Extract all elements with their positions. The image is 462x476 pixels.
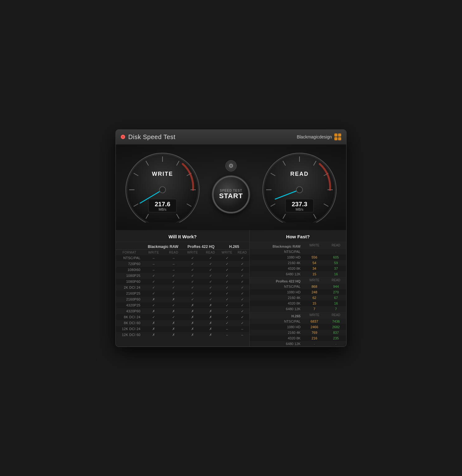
hf-format: NTSC/PAL — [250, 249, 303, 254]
wiw-braw-header: Blackmagic RAW — [143, 242, 183, 250]
wiw-row: 4320p25 ✓ ✓ ✗ ✗ ✓ ✓ — [116, 302, 249, 308]
wiw-format: 12K DCI 24 — [116, 326, 143, 332]
hf-format: 2160 4K — [250, 260, 303, 266]
wiw-braw-read: ✓ — [164, 314, 183, 320]
hf-row: 2160 4K 54 59 — [250, 260, 346, 266]
wiw-braw-read: ✗ — [164, 332, 183, 338]
hf-format: NTSC/PAL — [250, 319, 303, 324]
hf-read-col-header: READ — [326, 242, 346, 249]
write-unit: MB/s — [158, 208, 167, 211]
wiw-h265-read: ✓ — [235, 291, 249, 296]
hf-read-val: 37 — [326, 266, 346, 271]
hf-read-col-header: READ — [326, 312, 346, 319]
write-gauge-svg: WRITE 217.6 MB/s — [122, 151, 203, 222]
wiw-braw-read: ✗ — [164, 320, 183, 326]
wiw-pro-read: ✓ — [202, 261, 219, 267]
wiw-pro-write: ✗ — [183, 326, 202, 332]
wiw-h265-write: ✓ — [219, 296, 235, 302]
wiw-row: 12K DCI 60 ✗ ✗ ✗ ✗ – – — [116, 332, 249, 338]
brand-dot-2 — [338, 133, 341, 137]
wiw-format: 720p60 — [116, 261, 143, 267]
will-it-work-panel: Will It Work? Blackmagic RAW ProRes 422 … — [116, 230, 250, 347]
wiw-h265-read: ✓ — [235, 320, 249, 326]
start-button[interactable]: SPEED TEST START — [212, 176, 250, 213]
hf-write-val: 15 — [303, 271, 326, 277]
wiw-format: 1080p25 — [116, 273, 143, 279]
wiw-braw-read: – — [164, 267, 183, 273]
wiw-format: 2160p25 — [116, 291, 143, 296]
hf-format: 6480 12K — [250, 341, 303, 347]
wiw-pro-read: ✓ — [202, 273, 219, 279]
hf-section-row: ProRes 422 HQ WRITE READ — [250, 277, 346, 284]
wiw-h265-write: ✓ — [219, 267, 235, 273]
wiw-format: 2160p60 — [116, 296, 143, 302]
hf-section-name: Blackmagic RAW — [250, 242, 303, 249]
wiw-row: 2160p25 ✓ ✓ ✓ ✓ ✓ ✓ — [116, 291, 249, 296]
hf-row: NTSC/PAL 868 944 — [250, 284, 346, 289]
read-gauge-svg: READ 237.3 MB/s — [259, 151, 340, 222]
write-gauge: WRITE 217.6 MB/s — [122, 151, 203, 222]
wiw-row: 2160p60 ✗ ✗ ✓ ✓ ✓ ✓ — [116, 296, 249, 302]
wiw-pro-read: ✗ — [202, 320, 219, 326]
will-it-work-table: Blackmagic RAW ProRes 422 HQ H.265 FORMA… — [116, 242, 249, 338]
hf-read-val: 16 — [326, 301, 346, 306]
hf-write-val: 6837 — [303, 319, 326, 324]
wiw-h265-write: ✓ — [219, 302, 235, 308]
wiw-braw-write: – — [143, 261, 164, 267]
hf-row: 4320 8K 15 16 — [250, 301, 346, 306]
close-button[interactable]: × — [121, 135, 125, 139]
wiw-col-header: FORMAT WRITE READ WRITE READ WRITE READ — [116, 250, 249, 255]
wiw-braw-read: ✓ — [164, 302, 183, 308]
hf-read-val: 7436 — [326, 319, 346, 324]
hf-row: 1080 HD 2466 2682 — [250, 324, 346, 330]
wiw-h265-write: ✓ — [219, 273, 235, 279]
wiw-braw-write: ✓ — [143, 279, 164, 285]
wiw-braw-read-header: READ — [164, 250, 183, 255]
wiw-format: 2K DCI 24 — [116, 285, 143, 291]
wiw-h265-read: – — [235, 332, 249, 338]
wiw-h265-header: H.265 — [219, 242, 249, 250]
wiw-pro-write: ✗ — [183, 308, 202, 314]
how-fast-header: How Fast? — [250, 230, 346, 242]
hf-read-col-header: READ — [326, 277, 346, 284]
title-bar-left: × Disk Speed Test — [121, 133, 176, 141]
hf-row: 6480 12K 15 16 — [250, 271, 346, 277]
wiw-h265-read: ✓ — [235, 285, 249, 291]
hf-read-val: 235 — [326, 335, 346, 341]
wiw-row: 8K DCI 60 ✗ ✗ ✗ ✗ ✓ ✓ — [116, 320, 249, 326]
wiw-row: 2K DCI 24 ✓ ✓ ✓ ✓ ✓ ✓ — [116, 285, 249, 291]
hf-format: 1080 HD — [250, 324, 303, 330]
hf-body: Blackmagic RAW WRITE READ NTSC/PAL - - 1… — [250, 242, 346, 347]
settings-button[interactable]: ⚙ — [225, 160, 237, 171]
hf-format: 6480 12K — [250, 306, 303, 312]
brand-dot-4 — [338, 137, 341, 140]
hf-read-val: 270 — [326, 289, 346, 295]
wiw-pro-read: ✓ — [202, 291, 219, 296]
wiw-row: 4320p60 ✗ ✗ ✗ ✗ ✓ ✓ — [116, 308, 249, 314]
hf-write-val: 34 — [303, 266, 326, 271]
wiw-format: 8K DCI 24 — [116, 314, 143, 320]
wiw-h265-read: ✓ — [235, 273, 249, 279]
wiw-braw-write-header: WRITE — [143, 250, 164, 255]
wiw-pro-read: ✓ — [202, 267, 219, 273]
write-needle-center — [159, 187, 166, 193]
wiw-row: NTSC/PAL – – ✓ ✓ ✓ ✓ — [116, 255, 249, 261]
table-section: Will It Work? Blackmagic RAW ProRes 422 … — [116, 230, 346, 347]
wiw-h265-read: ✓ — [235, 261, 249, 267]
hf-row: 2160 4K 62 67 — [250, 295, 346, 301]
wiw-h265-write: ✓ — [219, 279, 235, 285]
app-title: Disk Speed Test — [128, 133, 176, 141]
wiw-pro-write: ✓ — [183, 267, 202, 273]
wiw-body: NTSC/PAL – – ✓ ✓ ✓ ✓ 720p60 – – ✓ ✓ ✓ ✓ … — [116, 255, 249, 338]
hf-write-val: 556 — [303, 254, 326, 260]
hf-row: 1080 HD 556 605 — [250, 254, 346, 260]
hf-read-val: 837 — [326, 330, 346, 335]
wiw-braw-write: ✗ — [143, 296, 164, 302]
hf-write-val: - — [303, 249, 326, 254]
read-unit: MB/s — [295, 208, 304, 211]
hf-format: 4320 8K — [250, 335, 303, 341]
wiw-pro-write: ✓ — [183, 296, 202, 302]
gauge-section: WRITE 217.6 MB/s ⚙ SPEED TEST START — [116, 145, 346, 230]
wiw-h265-write: ✓ — [219, 255, 235, 261]
wiw-braw-write: ✗ — [143, 320, 164, 326]
